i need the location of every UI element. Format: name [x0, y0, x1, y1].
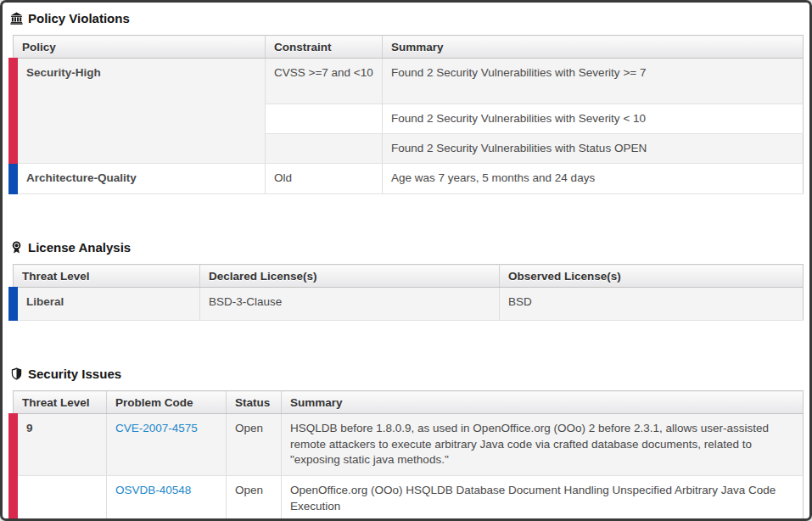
security-header-row: Threat Level Problem Code Status Summary — [14, 391, 804, 414]
observed-license-col-header: Observed License(s) — [500, 265, 804, 288]
policy-violations-title: Policy Violations — [10, 9, 804, 26]
threat-level-col-header: Threat Level — [14, 391, 107, 414]
table-row: Security-High CVSS >=7 and <10 Found 2 S… — [14, 59, 804, 104]
policy-col-header: Policy — [14, 36, 266, 59]
report-window: Policy Violations Policy Constraint Summ… — [0, 0, 812, 521]
rosette-icon — [10, 241, 23, 254]
policy-violations-section: Policy Violations Policy Constraint Summ… — [8, 9, 804, 194]
summary-cell: Age was 7 years, 5 months and 24 days — [383, 164, 804, 194]
security-issues-title: Security Issues — [10, 365, 804, 382]
summary-col-header: Summary — [383, 36, 804, 59]
summary-cell: HSQLDB before 1.8.0.9, as used in OpenOf… — [282, 414, 804, 476]
summary-cell: Found 2 Security Vulnerabilities with Se… — [383, 104, 804, 134]
security-issues-label: Security Issues — [28, 367, 121, 381]
constraint-cell: Old — [266, 164, 383, 194]
problem-code-cell: OSVDB-40548 — [107, 476, 227, 521]
status-cell: Open — [227, 414, 282, 476]
cve-link[interactable]: CVE-2007-4575 — [115, 422, 198, 434]
threat-level-cell: Liberal — [14, 288, 200, 321]
threat-level-cell-empty — [14, 476, 107, 521]
problem-code-cell: CVE-2007-4575 — [107, 414, 227, 476]
table-row: 9 CVE-2007-4575 Open HSQLDB before 1.8.0… — [14, 414, 804, 476]
constraint-cell-empty — [266, 104, 383, 134]
license-analysis-title: License Analysis — [10, 238, 804, 255]
status-col-header: Status — [227, 391, 282, 414]
summary-cell: Found 2 Security Vulnerabilities with Se… — [383, 59, 804, 104]
bank-icon — [10, 12, 23, 25]
policy-violations-table: Policy Constraint Summary Security-High … — [8, 35, 804, 194]
security-issues-section: Security Issues Threat Level Problem Cod… — [8, 365, 804, 521]
problem-code-col-header: Problem Code — [107, 391, 227, 414]
license-header-row: Threat Level Declared License(s) Observe… — [14, 265, 804, 288]
license-analysis-section: License Analysis Threat Level Declared L… — [8, 238, 804, 321]
license-analysis-label: License Analysis — [28, 240, 131, 255]
summary-col-header: Summary — [282, 391, 804, 414]
threat-level-cell: 9 — [14, 414, 107, 476]
policy-name-cell: Architecture-Quality — [14, 164, 266, 194]
policy-name-cell: Security-High — [14, 59, 266, 164]
declared-license-cell: BSD-3-Clause — [200, 288, 500, 321]
policy-header-row: Policy Constraint Summary — [14, 36, 804, 59]
policy-violations-label: Policy Violations — [28, 11, 130, 25]
summary-cell: OpenOffice.org (OOo) HSQLDB Database Doc… — [282, 476, 804, 521]
security-issues-table: Threat Level Problem Code Status Summary… — [8, 390, 804, 521]
shield-icon — [10, 367, 23, 380]
observed-license-cell: BSD — [500, 288, 804, 321]
constraint-col-header: Constraint — [266, 36, 383, 59]
table-row: Architecture-Quality Old Age was 7 years… — [14, 164, 804, 194]
license-analysis-table: Threat Level Declared License(s) Observe… — [8, 264, 804, 321]
summary-cell: Found 2 Security Vulnerabilities with St… — [383, 134, 804, 164]
constraint-cell-empty — [266, 134, 383, 164]
constraint-cell: CVSS >=7 and <10 — [266, 59, 383, 104]
threat-level-col-header: Threat Level — [14, 265, 200, 288]
status-cell: Open — [227, 476, 282, 521]
osvdb-link[interactable]: OSVDB-40548 — [115, 484, 191, 496]
table-row: OSVDB-40548 Open OpenOffice.org (OOo) HS… — [14, 476, 804, 521]
declared-license-col-header: Declared License(s) — [200, 265, 500, 288]
table-row: Liberal BSD-3-Clause BSD — [14, 288, 804, 321]
